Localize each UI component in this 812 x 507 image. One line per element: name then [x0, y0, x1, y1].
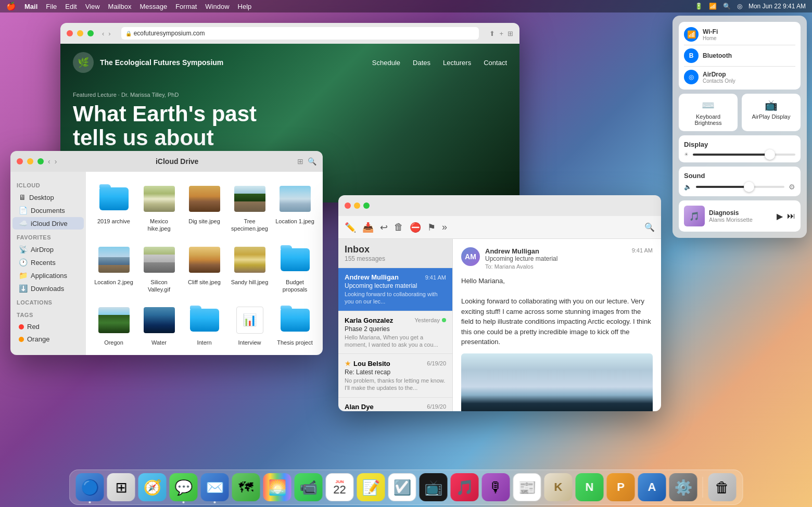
- nav-dates[interactable]: Dates: [413, 59, 430, 67]
- mail-archive-icon[interactable]: 📥: [362, 222, 374, 233]
- finder-maximize-button[interactable]: [37, 158, 44, 164]
- dock-icon-appstore[interactable]: A: [638, 473, 666, 501]
- finder-item-budget[interactable]: Budget proposals: [273, 239, 316, 298]
- mail-item-0[interactable]: Andrew Mulligan 9:41 AM Upcoming lecture…: [338, 268, 452, 311]
- new-tab-icon[interactable]: +: [499, 30, 503, 37]
- menubar-edit[interactable]: Edit: [65, 3, 77, 10]
- menubar-app[interactable]: Mail: [24, 3, 37, 10]
- finder-forward-button[interactable]: ›: [55, 157, 57, 166]
- sidebar-item-documents[interactable]: 📄 Documents: [12, 204, 84, 217]
- back-button[interactable]: ‹: [102, 30, 104, 37]
- display-slider-track[interactable]: [693, 154, 795, 156]
- dock-icon-numbers[interactable]: N: [576, 473, 604, 501]
- cc-play-icon[interactable]: ▶: [777, 211, 783, 221]
- menubar-format[interactable]: Format: [175, 3, 197, 10]
- finder-item-digsite[interactable]: Dig site.jpeg: [183, 178, 226, 237]
- dock-icon-notes[interactable]: 📝: [357, 473, 385, 501]
- menubar-mailbox[interactable]: Mailbox: [108, 3, 132, 10]
- finder-item-location1[interactable]: Location 1.jpeg: [273, 178, 316, 237]
- nav-schedule[interactable]: Schedule: [372, 59, 400, 67]
- dock-icon-safari[interactable]: 🧭: [138, 473, 167, 501]
- dock-icon-sysprefs[interactable]: ⚙️: [669, 473, 697, 501]
- dock-icon-keynote[interactable]: K: [544, 473, 573, 501]
- mail-item-3[interactable]: Alan Dye 6/19/20 Re: Field survey result…: [338, 398, 452, 411]
- dock-icon-photos[interactable]: 🌅: [263, 473, 291, 501]
- mail-delete-icon[interactable]: 🗑: [394, 222, 403, 233]
- forward-button[interactable]: ›: [108, 30, 110, 37]
- dock-icon-appletv[interactable]: 📺: [420, 473, 448, 501]
- sidebar-icon[interactable]: ⊞: [508, 30, 513, 37]
- nav-lecturers[interactable]: Lecturers: [443, 59, 471, 67]
- finder-item-tree[interactable]: Tree specimen.jpeg: [228, 178, 271, 237]
- dock-icon-music[interactable]: 🎵: [451, 473, 479, 501]
- close-button[interactable]: [67, 30, 73, 36]
- sidebar-item-downloads[interactable]: ⬇️ Downloads: [12, 282, 84, 295]
- finder-item-cliff[interactable]: Cliff site.jpeg: [183, 239, 226, 298]
- finder-view-toggle[interactable]: ⊞: [297, 157, 303, 166]
- sound-settings-icon[interactable]: ⚙: [789, 183, 795, 191]
- cc-keyboard-card[interactable]: ⌨️ Keyboard Brightness: [679, 94, 738, 131]
- sound-slider-track[interactable]: [696, 186, 784, 188]
- mail-compose-icon[interactable]: ✏️: [345, 222, 356, 233]
- sidebar-item-recents[interactable]: 🕐 Recents: [12, 256, 84, 269]
- sidebar-item-applications[interactable]: 📁 Applications: [12, 269, 84, 282]
- display-slider-thumb[interactable]: [765, 149, 775, 160]
- finder-back-button[interactable]: ‹: [48, 157, 50, 166]
- cc-airplay-card[interactable]: 📺 AirPlay Display: [742, 94, 801, 131]
- dock-icon-mail[interactable]: ✉️: [201, 473, 229, 501]
- mail-item-1[interactable]: Karla Gonzalez Yesterday Phase 2 queries…: [338, 311, 452, 354]
- sidebar-item-airdrop[interactable]: 📡 AirDrop: [12, 243, 84, 256]
- dock-icon-launchpad[interactable]: ⊞: [107, 473, 135, 501]
- finder-minimize-button[interactable]: [27, 158, 33, 164]
- dock-icon-finder[interactable]: 🔵: [76, 473, 104, 501]
- sound-slider-thumb[interactable]: [744, 182, 754, 192]
- dock-icon-trash[interactable]: 🗑: [708, 473, 737, 501]
- finder-item-intern[interactable]: Intern: [183, 299, 226, 350]
- browser-url-bar[interactable]: 🔒 ecofuturesymposium.com: [121, 27, 479, 40]
- dock-icon-reminders[interactable]: ☑️: [388, 473, 416, 501]
- finder-search[interactable]: 🔍: [308, 157, 316, 166]
- finder-close-button[interactable]: [17, 158, 23, 164]
- dock-icon-facetime[interactable]: 📹: [295, 473, 323, 501]
- sidebar-item-icloud[interactable]: ☁️ iCloud Drive: [12, 217, 84, 230]
- search-icon[interactable]: 🔍: [723, 3, 731, 10]
- share-icon[interactable]: ⬆: [489, 30, 495, 37]
- mail-item-2[interactable]: ★ Lou Belsito 6/19/20 Re: Latest recap N…: [338, 354, 452, 398]
- menubar-help[interactable]: Help: [238, 3, 252, 10]
- sidebar-tag-orange[interactable]: Orange: [12, 333, 84, 345]
- finder-item-water[interactable]: Water: [137, 299, 181, 350]
- mail-search-icon[interactable]: 🔍: [644, 222, 655, 232]
- menubar-file[interactable]: File: [46, 3, 57, 10]
- cc-skip-icon[interactable]: ⏭: [787, 211, 795, 221]
- finder-item-thesis[interactable]: Thesis project: [273, 299, 316, 350]
- dock-icon-messages[interactable]: 💬: [170, 473, 198, 501]
- dock-icon-pages[interactable]: P: [607, 473, 635, 501]
- maximize-button[interactable]: [87, 30, 94, 36]
- dock-icon-podcasts[interactable]: 🎙: [482, 473, 510, 501]
- finder-item-interview[interactable]: 📊 Interview: [228, 299, 271, 350]
- mail-flag-icon[interactable]: ⚑: [427, 222, 436, 233]
- menubar-view[interactable]: View: [85, 3, 100, 10]
- finder-item-location2[interactable]: Location 2.jpeg: [92, 239, 135, 298]
- mail-junk-icon[interactable]: ⛔: [410, 222, 421, 233]
- minimize-button[interactable]: [77, 30, 83, 36]
- mail-more-icon[interactable]: »: [442, 222, 447, 233]
- siri-icon[interactable]: ◎: [737, 3, 742, 10]
- sidebar-tag-red[interactable]: Red: [12, 321, 84, 333]
- nav-contact[interactable]: Contact: [484, 59, 507, 67]
- menubar-window[interactable]: Window: [205, 3, 229, 10]
- mail-close-button[interactable]: [345, 202, 351, 209]
- dock-icon-news[interactable]: 📰: [513, 473, 541, 501]
- finder-item-oregon[interactable]: Oregon: [92, 299, 135, 350]
- finder-item-2019archive[interactable]: 2019 archive: [92, 178, 135, 237]
- sidebar-item-desktop[interactable]: 🖥 Desktop: [12, 191, 84, 204]
- mail-reply-icon[interactable]: ↩: [380, 222, 388, 233]
- finder-item-silicon[interactable]: Silicon Valley.gif: [137, 239, 181, 298]
- finder-item-mexicohike[interactable]: Mexico hike.jpeg: [137, 178, 181, 237]
- apple-menu[interactable]: 🍎: [6, 2, 16, 11]
- mail-minimize-button[interactable]: [354, 202, 360, 209]
- menubar-message[interactable]: Message: [139, 3, 167, 10]
- dock-icon-maps[interactable]: 🗺: [232, 473, 260, 501]
- finder-item-sandy[interactable]: Sandy hill.jpeg: [228, 239, 271, 298]
- dock-icon-calendar[interactable]: JUN 22: [326, 473, 354, 501]
